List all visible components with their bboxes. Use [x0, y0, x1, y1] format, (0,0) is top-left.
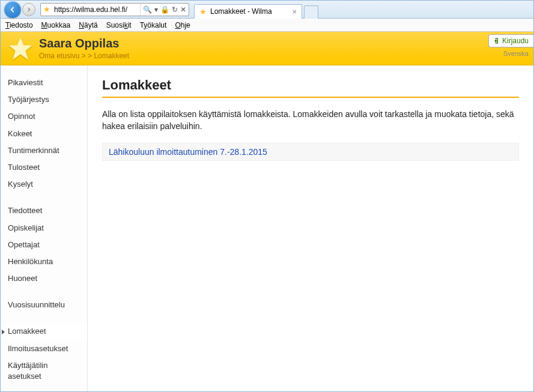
- new-tab-button[interactable]: [304, 5, 318, 19]
- address-tools: 🔍 ▾ 🔒 ↻ ✕: [140, 4, 189, 16]
- tab-favicon-icon: ★: [199, 7, 207, 16]
- browser-toolbar: ★ 🔍 ▾ 🔒 ↻ ✕ ★ Lomakkeet - Wilma ×: [1, 1, 533, 19]
- language-link[interactable]: Svenska: [488, 47, 533, 57]
- refresh-icon[interactable]: ↻: [172, 6, 178, 13]
- menu-ohje[interactable]: Ohje: [175, 21, 190, 29]
- app-logo-icon: [5, 34, 35, 64]
- form-list-row: Lähikouluun ilmoittautuminen 7.-28.1.201…: [102, 143, 519, 161]
- favorite-star-icon[interactable]: ★: [41, 5, 53, 14]
- breadcrumb-home[interactable]: Oma etusivu: [39, 52, 79, 60]
- nav-buttons: [4, 1, 35, 18]
- breadcrumb: Oma etusivu > > Lomakkeet: [39, 52, 129, 60]
- sidebar-item-tulosteet[interactable]: Tulosteet: [1, 159, 87, 176]
- tab-title: Lomakkeet - Wilma: [210, 7, 272, 16]
- logout-label: Kirjaudu: [502, 37, 529, 45]
- browser-tab[interactable]: ★ Lomakkeet - Wilma ×: [194, 4, 302, 19]
- sidebar-group-3: Vuosisuunnittelu: [1, 297, 87, 313]
- sidebar-item-kyselyt[interactable]: Kyselyt: [1, 176, 87, 193]
- menu-bar: Tiedosto Muokkaa Näytä Suosikit Työkalut…: [1, 19, 533, 32]
- close-tab-icon[interactable]: ×: [292, 7, 297, 16]
- sidebar-item-opinnot[interactable]: Opinnot: [1, 108, 87, 125]
- logout-button[interactable]: Kirjaudu: [488, 34, 533, 47]
- user-name: Saara Oppilas: [39, 37, 129, 50]
- tab-bar: ★ Lomakkeet - Wilma ×: [194, 1, 318, 19]
- sidebar-group-1: Pikaviestit Työjärjestys Opinnot Kokeet …: [1, 74, 87, 193]
- sidebar-item-lomakkeet[interactable]: Lomakkeet: [1, 323, 87, 340]
- app-header: Saara Oppilas Oma etusivu > > Lomakkeet …: [1, 32, 533, 65]
- sidebar-group-2: Tiedotteet Opiskelijat Opettajat Henkilö…: [1, 202, 87, 287]
- forward-button: [22, 3, 35, 16]
- menu-tiedosto[interactable]: Tiedosto: [5, 21, 33, 29]
- sidebar-item-huoneet[interactable]: Huoneet: [1, 270, 87, 287]
- url-input[interactable]: [53, 4, 140, 15]
- sidebar-item-opettajat[interactable]: Opettajat: [1, 237, 87, 253]
- sidebar-item-opiskelijat[interactable]: Opiskelijat: [1, 220, 87, 237]
- sidebar: Pikaviestit Työjärjestys Opinnot Kokeet …: [1, 65, 88, 391]
- dropdown-icon[interactable]: ▾: [154, 6, 158, 13]
- address-bar: ★ 🔍 ▾ 🔒 ↻ ✕: [40, 3, 189, 16]
- sidebar-item-henkilokunta[interactable]: Henkilökunta: [1, 253, 87, 270]
- sidebar-item-pikaviestit[interactable]: Pikaviestit: [1, 74, 87, 91]
- menu-nayta[interactable]: Näytä: [79, 21, 97, 29]
- sidebar-item-kayttajatilin-asetukset[interactable]: Käyttäjätilin asetukset: [1, 357, 87, 385]
- page-title: Lomakkeet: [102, 77, 519, 98]
- main-content: Lomakkeet Alla on lista oppilaitoksen kä…: [88, 65, 533, 391]
- header-right: Kirjaudu Svenska: [488, 32, 533, 57]
- breadcrumb-sep: > >: [79, 52, 94, 60]
- menu-suosikit[interactable]: Suosikit: [106, 21, 132, 29]
- sidebar-item-kokeet[interactable]: Kokeet: [1, 125, 87, 142]
- sidebar-item-ilmoitusasetukset[interactable]: Ilmoitusasetukset: [1, 340, 87, 357]
- header-text: Saara Oppilas Oma etusivu > > Lomakkeet: [39, 37, 129, 60]
- lock-icon[interactable]: 🔒: [160, 6, 169, 13]
- form-link[interactable]: Lähikouluun ilmoittautuminen 7.-28.1.201…: [109, 147, 267, 157]
- arrow-right-icon: [26, 7, 32, 13]
- back-button[interactable]: [4, 1, 21, 18]
- search-icon[interactable]: 🔍: [143, 6, 152, 13]
- menu-muokkaa[interactable]: Muokkaa: [41, 21, 71, 29]
- sidebar-item-tyojarjestys[interactable]: Työjärjestys: [1, 91, 87, 108]
- intro-text: Alla on lista oppilaitoksen käyttämistä …: [102, 109, 519, 132]
- logout-icon: [493, 37, 500, 44]
- menu-tyokalut[interactable]: Työkalut: [140, 21, 167, 29]
- arrow-left-icon: [8, 5, 17, 14]
- app-body: Pikaviestit Työjärjestys Opinnot Kokeet …: [1, 65, 533, 391]
- sidebar-item-tiedotteet[interactable]: Tiedotteet: [1, 202, 87, 219]
- sidebar-item-tuntimerkinnat[interactable]: Tuntimerkinnät: [1, 142, 87, 159]
- stop-icon[interactable]: ✕: [180, 6, 186, 13]
- sidebar-group-4: Lomakkeet Ilmoitusasetukset Käyttäjätili…: [1, 323, 87, 385]
- breadcrumb-current: Lomakkeet: [94, 52, 129, 60]
- sidebar-item-vuosisuunnittelu[interactable]: Vuosisuunnittelu: [1, 297, 87, 313]
